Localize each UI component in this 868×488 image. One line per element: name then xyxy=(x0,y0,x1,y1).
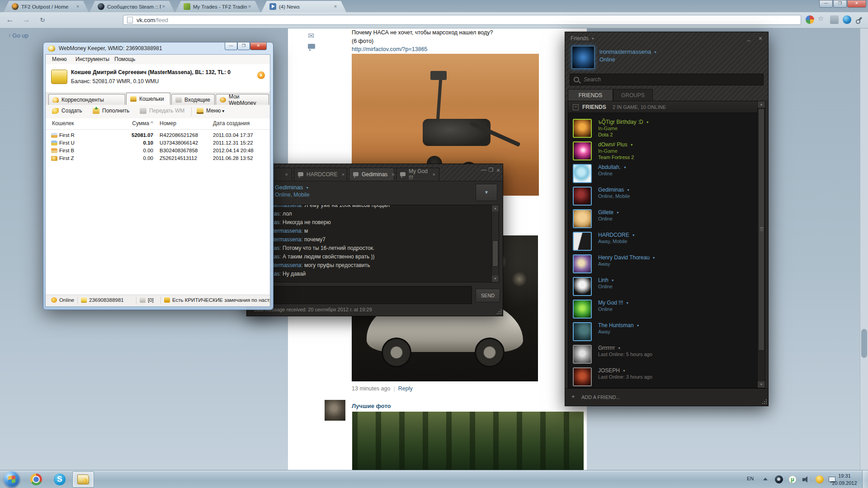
self-avatar[interactable] xyxy=(571,46,595,69)
url-bar[interactable]: vk.com/feed xyxy=(123,15,801,25)
column-header-wallet[interactable]: Кошелек xyxy=(52,120,74,127)
utorrent-tray-icon[interactable] xyxy=(788,475,797,483)
self-name[interactable]: ironmastermassena xyxy=(599,48,657,55)
tab-close-icon[interactable] xyxy=(333,4,338,9)
bookmark-star-icon[interactable] xyxy=(818,14,824,23)
webmoney-tray-icon[interactable] xyxy=(816,475,824,483)
taskbar-skype-icon[interactable] xyxy=(49,471,71,488)
window-maximize-button[interactable] xyxy=(833,0,847,8)
friend-row-tigr[interactable]: ъQ̃Tigr Birthday :D In-Game Dota 2 xyxy=(573,119,754,141)
friend-row-abdullah[interactable]: Abdullah. Online xyxy=(573,164,754,187)
reload-button[interactable] xyxy=(36,14,49,26)
search-input[interactable]: Search xyxy=(570,74,764,85)
scrollbar-thumb[interactable] xyxy=(758,108,764,351)
chat-tab-hardcore[interactable]: HARDCORE xyxy=(294,168,347,180)
window-minimize-button[interactable] xyxy=(225,42,237,50)
toolbar-menu-button[interactable]: Меню xyxy=(197,108,224,114)
friend-row-grrrrrrr[interactable]: Grrrrrrr Last Online: 5 hours ago xyxy=(573,345,754,367)
forward-button[interactable] xyxy=(20,14,33,26)
webmoney-titlebar[interactable]: WebMoney Keeper, WMID: 236908388981 xyxy=(43,42,273,55)
tray-expand-icon[interactable] xyxy=(763,478,768,480)
comments-bubble-icon[interactable] xyxy=(308,44,315,49)
resize-grip[interactable] xyxy=(496,310,501,314)
chat-options-dropdown-button[interactable] xyxy=(476,184,497,201)
menu-item-menu[interactable]: Меню xyxy=(52,56,66,62)
friend-row-down-plus[interactable]: dOwn# Plus In-Game Team Fortress 2 xyxy=(573,141,754,164)
chat-tab-close-icon[interactable] xyxy=(342,172,344,177)
tab-friends[interactable]: FRIENDS xyxy=(568,89,613,101)
friend-row-henry[interactable]: Henry David Thoreau Away xyxy=(573,254,754,277)
friend-row-hardcore[interactable]: HARDCORE Away, Mobile xyxy=(573,232,754,254)
browser-tab-tf2outpost[interactable]: TF2 Outpost / Home xyxy=(4,1,89,12)
chat-tab-close-icon[interactable] xyxy=(285,172,288,177)
chat-tab-close-icon[interactable] xyxy=(392,172,394,177)
scroll-up-icon[interactable] xyxy=(492,205,499,211)
chat-scrollbar[interactable] xyxy=(491,205,499,282)
forest-photo[interactable] xyxy=(352,412,584,470)
chat-tab-close-icon[interactable] xyxy=(433,172,435,177)
taskbar-chrome-icon[interactable] xyxy=(25,471,47,488)
chat-input[interactable] xyxy=(250,286,472,304)
chat-minimize-button[interactable] xyxy=(480,167,487,173)
extension-icon-colorful[interactable] xyxy=(806,15,814,24)
wallet-row[interactable]: First Z 0.00 Z526214513112 2011.06.28 13… xyxy=(46,155,270,163)
skype-extension-icon[interactable] xyxy=(843,15,851,24)
browser-tab-vk-news[interactable]: (4) News xyxy=(261,1,346,12)
browser-tab-my-trades[interactable]: My Trades - TF2 Trading P xyxy=(175,1,260,12)
back-button[interactable] xyxy=(4,14,16,26)
friends-group-header[interactable]: FRIENDS 2 IN GAME, 10 ONLINE xyxy=(568,101,765,113)
friends-close-button[interactable] xyxy=(757,35,764,42)
scroll-down-icon[interactable] xyxy=(758,381,765,388)
friend-row-my-god[interactable]: My God !!! Online xyxy=(573,300,754,322)
wallet-row[interactable]: First B 0.00 B302408367858 2012.04.14 20… xyxy=(46,147,270,155)
tab-groups[interactable]: GROUPS xyxy=(613,89,653,101)
extension-icon-gray[interactable] xyxy=(830,15,839,24)
show-desktop-button[interactable] xyxy=(862,470,868,488)
chat-titlebar[interactable]: HARDCORE Gediminas My God !!! xyxy=(247,164,503,181)
topup-button[interactable]: Пополнить xyxy=(93,108,129,114)
friend-row-huntsman[interactable]: The Huntsman Away xyxy=(573,322,754,345)
tab-correspondents[interactable]: Корреспонденты xyxy=(48,94,125,105)
friends-window-title[interactable]: Friends xyxy=(571,35,594,42)
tab-close-icon[interactable] xyxy=(161,4,166,9)
tab-close-icon[interactable] xyxy=(75,4,80,9)
language-indicator[interactable]: EN xyxy=(747,476,754,481)
chat-maximize-button[interactable] xyxy=(487,167,495,173)
chat-friend-name[interactable]: Gediminas xyxy=(275,184,309,191)
security-warning[interactable]: Есть КРИТИЧЕСКИЕ замечания по настрой xyxy=(164,297,270,303)
chat-close-button[interactable] xyxy=(495,167,502,174)
tab-incoming[interactable]: Входящие xyxy=(171,94,215,105)
taskbar-clock[interactable]: 19:31 20.09.2012 xyxy=(828,472,861,487)
menu-item-help[interactable]: Помощь xyxy=(114,56,135,62)
wrench-menu-icon[interactable] xyxy=(855,15,863,23)
friend-row-joseph[interactable]: JOSEPH Last Online: 3 hours ago xyxy=(573,367,754,388)
window-minimize-button[interactable] xyxy=(819,0,833,8)
steam-tray-icon[interactable] xyxy=(775,475,783,483)
taskbar-webmoney-icon-active[interactable] xyxy=(72,471,94,488)
scroll-up-icon[interactable] xyxy=(758,101,765,108)
friends-minimize-button[interactable] xyxy=(745,35,752,41)
start-button[interactable] xyxy=(4,471,20,488)
post-external-link[interactable]: http://mirfactov.com/?p=13865 xyxy=(352,46,428,52)
collapse-panel-button[interactable] xyxy=(257,71,265,79)
messages-envelope-icon[interactable] xyxy=(308,31,314,41)
friends-scrollbar[interactable] xyxy=(757,101,765,388)
column-header-created[interactable]: Дата создания xyxy=(213,120,250,127)
scrollbar-thumb[interactable] xyxy=(492,240,498,267)
chat-tab-my-god[interactable]: My God !!! xyxy=(396,168,439,180)
window-close-button[interactable] xyxy=(250,42,267,50)
chat-tab-gediminas[interactable]: Gediminas xyxy=(349,168,394,180)
tab-close-icon[interactable] xyxy=(247,4,252,9)
browser-page-scrollbar[interactable] xyxy=(860,28,868,470)
column-header-number[interactable]: Номер xyxy=(160,120,176,127)
wallet-row[interactable]: First R 52081.07 R422086521268 2011.03.0… xyxy=(46,132,270,140)
post-title-link[interactable]: Лучшие фото xyxy=(352,403,391,409)
volume-icon[interactable] xyxy=(802,475,810,483)
column-header-amount[interactable]: Сумма xyxy=(113,120,153,127)
scroll-down-icon[interactable] xyxy=(492,276,499,282)
friend-row-gediminas[interactable]: Gediminas Online, Mobile xyxy=(573,187,754,209)
menu-item-tools[interactable]: Инструменты xyxy=(75,56,109,62)
tab-wallets[interactable]: Кошельки xyxy=(126,93,170,105)
resize-grip[interactable] xyxy=(762,399,767,404)
window-close-button[interactable] xyxy=(847,0,866,8)
